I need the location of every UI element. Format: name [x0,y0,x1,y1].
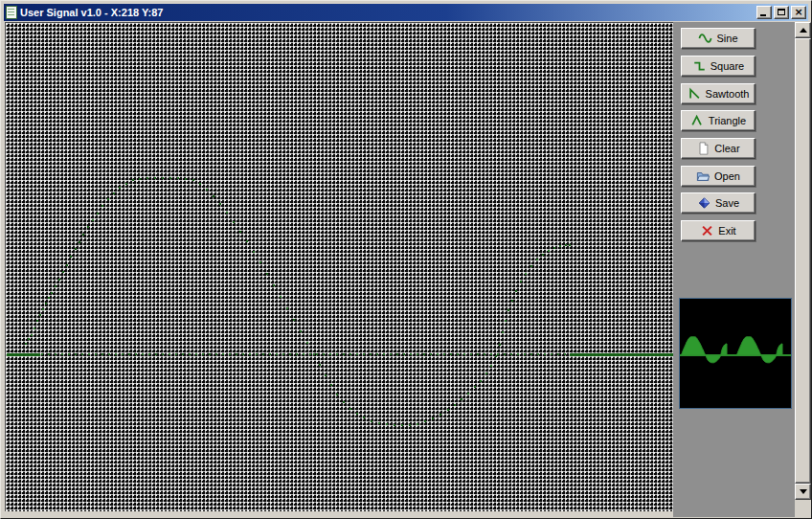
minimize-icon [760,14,766,16]
side-panel: Sine Square Sawtooth Triangle Clear Open [673,22,795,517]
preview-panel [679,298,792,409]
exit-button-label: Exit [718,225,735,237]
minimize-button[interactable] [756,6,772,19]
clear-button[interactable]: Clear [681,138,756,159]
sine-button[interactable]: Sine [681,28,756,49]
save-button[interactable]: Save [681,192,756,214]
sine-button-label: Sine [716,33,737,44]
client-area: Sine Square Sawtooth Triangle Clear Open [4,22,808,517]
sawtooth-button-label: Sawtooth [706,88,750,100]
scroll-up-button[interactable] [795,22,811,38]
sawtooth-button[interactable]: Sawtooth [681,83,756,104]
close-icon: × [792,7,805,18]
arrow-up-icon [800,28,807,33]
signal-canvas[interactable] [5,22,673,511]
window-titlebar[interactable]: User Signal v1.0 - X:218 Y:87 × [4,4,808,21]
open-button[interactable]: Open [681,166,756,187]
scrollbar-thumb[interactable] [795,38,811,484]
triangle-button[interactable]: Triangle [681,110,756,131]
arrow-down-icon [800,489,807,494]
vertical-scrollbar[interactable] [795,22,811,500]
square-button-label: Square [710,60,744,72]
signal-waveform [6,23,673,511]
scroll-down-button[interactable] [795,484,811,500]
triangle-button-label: Triangle [709,115,746,126]
app-icon[interactable] [6,6,17,19]
open-folder-icon [696,169,710,183]
triangle-wave-icon [690,114,705,127]
preview-waveform [680,299,791,408]
red-x-icon [700,224,714,237]
square-button[interactable]: Square [681,56,756,77]
scrollbar-corner [795,500,811,517]
sine-wave-icon [698,32,712,45]
exit-button[interactable]: Exit [681,220,756,241]
window-controls: × [756,6,806,19]
app-window: User Signal v1.0 - X:218 Y:87 × Sine Squ… [0,0,812,519]
save-diamond-icon [697,196,711,210]
close-button[interactable]: × [791,6,806,19]
window-title: User Signal v1.0 - X:218 Y:87 [20,4,754,21]
clear-button-label: Clear [714,143,739,154]
open-button-label: Open [714,170,740,182]
blank-page-icon [696,142,710,155]
maximize-icon [778,9,785,15]
maximize-button[interactable] [774,6,789,19]
square-wave-icon [692,59,707,73]
save-button-label: Save [715,197,739,209]
sawtooth-wave-icon [688,87,702,101]
